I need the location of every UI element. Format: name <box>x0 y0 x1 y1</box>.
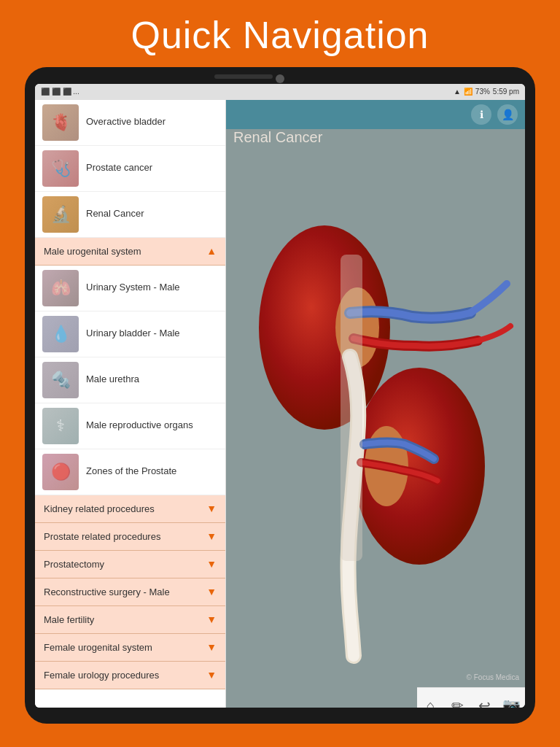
repro-icon: ⚕ <box>56 417 65 436</box>
kidney-image: © Focus Medica <box>226 144 525 687</box>
notification-icons: ⬛ ⬛ ⬛ ... <box>41 88 79 96</box>
section-reconstructive-label: Reconstructive surgery - Male <box>44 587 170 597</box>
label-overactive-bladder: Overactive bladder <box>86 116 166 128</box>
urinary-male-icon: 🫁 <box>51 279 71 298</box>
bottom-toolbar: ⌂ ✏ ↩ 📷 <box>417 687 525 708</box>
user-icon[interactable]: 👤 <box>497 104 518 125</box>
section-female-urology[interactable]: Female urology procedures ▼ <box>35 662 225 689</box>
section-male-urogenital[interactable]: Male urogenital system ▲ <box>35 238 225 266</box>
section-male-urogenital-label: Male urogenital system <box>44 246 141 257</box>
signal-icon: ▲ <box>454 88 461 96</box>
section-reconstructive[interactable]: Reconstructive surgery - Male ▼ <box>35 578 225 606</box>
kidney-svg <box>237 160 514 670</box>
nav-item-prostate-cancer[interactable]: 🩺 Prostate cancer <box>35 146 225 192</box>
undo-button[interactable]: ↩ <box>471 689 498 708</box>
chevron-up-icon: ▲ <box>206 245 217 257</box>
chevron-down-icon-female-urology: ▼ <box>206 669 217 681</box>
thumb-urethra: 🔩 <box>42 362 79 398</box>
label-zones-prostate: Zones of the Prostate <box>86 465 176 478</box>
thumb-repro: ⚕ <box>42 408 79 444</box>
tablet-screen: ⬛ ⬛ ⬛ ... ▲ 📶 73% 5:59 pm 🫀 Overactive b… <box>35 84 525 708</box>
chevron-down-icon-prostatectomy: ▼ <box>206 558 217 570</box>
label-urinary-male: Urinary System - Male <box>86 282 180 294</box>
chevron-down-icon-fertility: ▼ <box>206 614 217 625</box>
chevron-down-icon-kidney: ▼ <box>206 503 217 514</box>
zones-prostate-icon: 🔴 <box>51 462 71 481</box>
urethra-icon: 🔩 <box>51 371 71 390</box>
section-fertility[interactable]: Male fertility ▼ <box>35 606 225 634</box>
chevron-down-icon-female-urogenital: ▼ <box>206 641 217 653</box>
prostate-cancer-icon: 🩺 <box>51 159 71 178</box>
nav-item-repro[interactable]: ⚕ Male reproductive organs <box>35 403 225 449</box>
camera-button[interactable]: 📷 <box>498 689 525 708</box>
renal-cancer-icon: 🔬 <box>51 205 71 224</box>
label-renal-cancer: Renal Cancer <box>86 208 144 220</box>
copyright-text: © Focus Medica <box>467 673 519 681</box>
status-icons: ⬛ ⬛ ⬛ ... <box>41 88 79 96</box>
home-button[interactable]: ⌂ <box>417 689 444 708</box>
nav-item-zones-prostate[interactable]: 🔴 Zones of the Prostate <box>35 449 225 495</box>
app-header: Quick Navigation <box>0 0 560 67</box>
info-icon[interactable]: ℹ <box>471 104 491 125</box>
tablet-camera <box>276 74 284 83</box>
battery-text: 73% <box>475 88 490 96</box>
chevron-down-icon-prostate: ▼ <box>206 530 217 542</box>
section-female-urology-label: Female urology procedures <box>44 670 159 681</box>
section-kidney-procedures[interactable]: Kidney related procedures ▼ <box>35 495 225 523</box>
label-bladder-male: Urinary bladder - Male <box>86 328 180 340</box>
wifi-icon: 📶 <box>464 88 472 96</box>
thumb-overactive-bladder: 🫀 <box>42 104 79 141</box>
label-prostate-cancer: Prostate cancer <box>86 162 152 174</box>
status-bar: ⬛ ⬛ ⬛ ... ▲ 📶 73% 5:59 pm <box>35 84 525 100</box>
chevron-down-icon-reconstructive: ▼ <box>206 586 217 597</box>
thumb-urinary-male: 🫁 <box>42 270 79 306</box>
section-female-urogenital[interactable]: Female urogenital system ▼ <box>35 634 225 662</box>
overactive-bladder-icon: 🫀 <box>51 113 71 132</box>
nav-item-urinary-male[interactable]: 🫁 Urinary System - Male <box>35 266 225 311</box>
section-female-urogenital-label: Female urogenital system <box>44 642 152 653</box>
pencil-button[interactable]: ✏ <box>444 689 471 708</box>
thumb-zones-prostate: 🔴 <box>42 454 79 490</box>
thumb-bladder-male: 💧 <box>42 316 79 352</box>
section-prostate-label: Prostate related procedures <box>44 531 160 542</box>
label-repro: Male reproductive organs <box>86 419 193 432</box>
section-kidney-label: Kidney related procedures <box>44 503 155 514</box>
nav-panel: 🫀 Overactive bladder 🩺 Prostate cancer 🔬… <box>35 100 226 708</box>
section-prostatectomy-label: Prostatectomy <box>44 559 104 570</box>
nav-item-bladder-male[interactable]: 💧 Urinary bladder - Male <box>35 311 225 357</box>
content-area: ℹ 👤 Renal Cancer <box>226 100 525 708</box>
nav-item-urethra[interactable]: 🔩 Male urethra <box>35 357 225 403</box>
section-fertility-label: Male fertility <box>44 614 94 625</box>
status-right: ▲ 📶 73% 5:59 pm <box>454 88 519 96</box>
nav-item-renal-cancer[interactable]: 🔬 Renal Cancer <box>35 192 225 238</box>
section-prostatectomy[interactable]: Prostatectomy ▼ <box>35 551 225 578</box>
content-title: Renal Cancer <box>233 129 322 146</box>
section-prostate-procedures[interactable]: Prostate related procedures ▼ <box>35 523 225 551</box>
time-text: 5:59 pm <box>493 88 519 96</box>
tablet-shell: ⬛ ⬛ ⬛ ... ▲ 📶 73% 5:59 pm 🫀 Overactive b… <box>25 67 535 724</box>
app-title: Quick Navigation <box>131 14 429 56</box>
label-urethra: Male urethra <box>86 374 139 386</box>
thumb-renal-cancer: 🔬 <box>42 196 79 233</box>
svg-rect-4 <box>341 255 362 561</box>
bladder-male-icon: 💧 <box>51 325 71 344</box>
content-top-bar: ℹ 👤 <box>226 100 525 129</box>
tablet-speaker <box>214 74 273 79</box>
thumb-prostate-cancer: 🩺 <box>42 150 79 187</box>
nav-item-overactive-bladder[interactable]: 🫀 Overactive bladder <box>35 100 225 146</box>
